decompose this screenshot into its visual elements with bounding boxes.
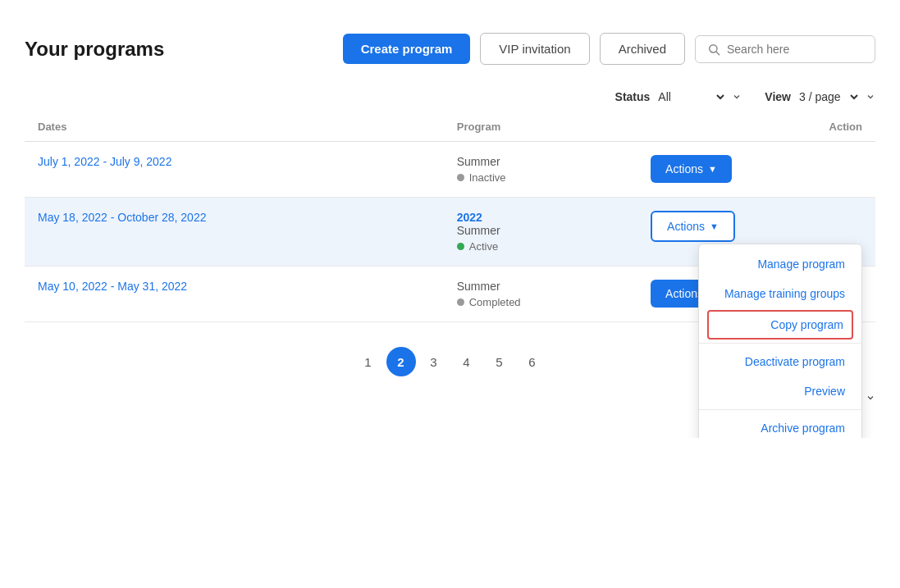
view-label: View (765, 90, 791, 103)
page-2-button[interactable]: 2 (386, 347, 416, 376)
dropdown-item-copy-program[interactable]: Copy program (707, 310, 853, 340)
dropdown-item-manage-training-groups[interactable]: Manage training groups (699, 279, 861, 308)
vip-invitation-button[interactable]: VIP invitation (480, 33, 589, 65)
archived-button[interactable]: Archived (600, 33, 685, 65)
status-dot-inactive (457, 174, 464, 181)
dropdown-divider-2 (699, 409, 861, 410)
status-dot-completed (457, 299, 464, 306)
program-cell: Summer Completed (444, 267, 637, 322)
actions-button[interactable]: Actions ▼ (651, 155, 732, 183)
dropdown-item-manage-program[interactable]: Manage program (699, 249, 861, 279)
page-5-button[interactable]: 5 (485, 347, 514, 376)
status-dot-active (457, 243, 464, 250)
caret-icon: ▼ (708, 164, 717, 174)
page-title: Your programs (25, 38, 333, 61)
table-row: May 18, 2022 - October 28, 2022 2022 Sum… (25, 198, 875, 267)
create-program-button[interactable]: Create program (343, 34, 471, 64)
actions-dropdown: Manage program Manage training groups Co… (698, 244, 862, 438)
view-select[interactable]: 3 / page 5 / page 10 / page (796, 89, 861, 104)
chevron-down-icon (866, 92, 875, 102)
status-text: Completed (469, 296, 521, 308)
chevron-down-icon (732, 92, 742, 102)
action-cell: Actions ▼ (637, 142, 875, 198)
status-label: Status (615, 90, 651, 103)
dropdown-divider (699, 343, 861, 344)
dropdown-item-archive-program[interactable]: Archive program (699, 413, 861, 438)
col-action: Action (637, 112, 875, 142)
status-text: Inactive (469, 171, 506, 184)
actions-button-active[interactable]: Actions ▼ (651, 211, 735, 242)
svg-line-1 (716, 52, 720, 55)
action-cell: Actions ▼ Manage program Manage training… (637, 198, 875, 267)
programs-table: Dates Program Action July 1, 2022 - July… (25, 112, 875, 322)
col-dates: Dates (25, 112, 444, 142)
date-cell: July 1, 2022 - July 9, 2022 (25, 142, 444, 198)
date-cell: May 10, 2022 - May 31, 2022 (25, 267, 444, 322)
chevron-down-icon (866, 393, 875, 403)
dropdown-item-deactivate-program[interactable]: Deactivate program (699, 347, 861, 376)
program-cell: 2022 Summer Active (444, 198, 637, 267)
page-3-button[interactable]: 3 (419, 347, 449, 376)
search-icon (707, 43, 720, 56)
program-cell: Summer Inactive (444, 142, 637, 198)
col-program: Program (444, 112, 637, 142)
caret-icon: ▼ (710, 221, 719, 231)
search-box (695, 35, 875, 63)
status-text: Active (469, 240, 498, 253)
status-filter[interactable]: Status All Active Inactive Completed (615, 89, 742, 104)
view-filter[interactable]: View 3 / page 5 / page 10 / page (765, 89, 875, 104)
page-1-button[interactable]: 1 (354, 347, 383, 376)
date-cell: May 18, 2022 - October 28, 2022 (25, 198, 444, 267)
search-input[interactable] (727, 43, 863, 56)
page-4-button[interactable]: 4 (452, 347, 482, 376)
status-select[interactable]: All Active Inactive Completed (655, 89, 727, 104)
dropdown-item-preview[interactable]: Preview (699, 376, 861, 406)
table-row: July 1, 2022 - July 9, 2022 Summer Inact… (25, 142, 875, 198)
page-6-button[interactable]: 6 (518, 347, 547, 376)
